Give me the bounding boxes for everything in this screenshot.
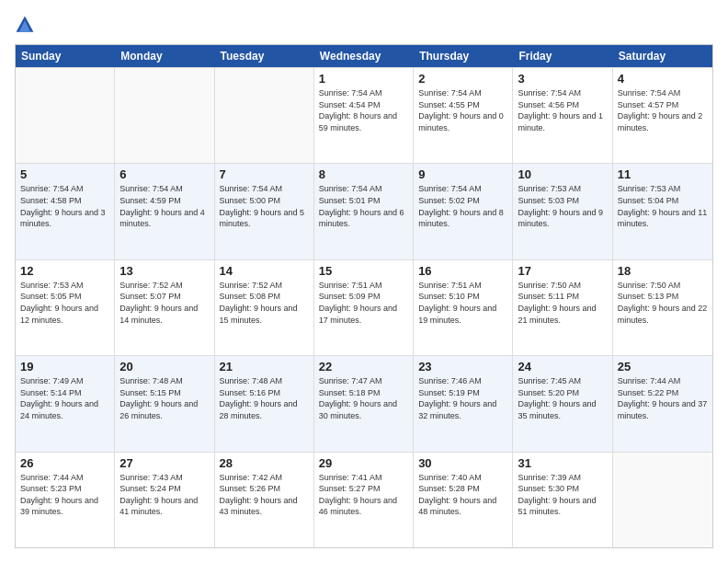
sun-info: Sunrise: 7:54 AM Sunset: 4:56 PM Dayligh… xyxy=(518,87,607,133)
calendar: SundayMondayTuesdayWednesdayThursdayFrid… xyxy=(15,44,713,548)
header-day: Thursday xyxy=(414,45,513,67)
day-cell: 1Sunrise: 7:54 AM Sunset: 4:54 PM Daylig… xyxy=(314,68,414,163)
day-cell: 24Sunrise: 7:45 AM Sunset: 5:20 PM Dayli… xyxy=(513,356,612,451)
day-cell: 31Sunrise: 7:39 AM Sunset: 5:30 PM Dayli… xyxy=(513,453,612,547)
day-cell: 9Sunrise: 7:54 AM Sunset: 5:02 PM Daylig… xyxy=(414,164,513,259)
sun-info: Sunrise: 7:42 AM Sunset: 5:26 PM Dayligh… xyxy=(220,472,309,518)
day-number: 20 xyxy=(119,360,209,373)
day-number: 18 xyxy=(618,264,708,278)
header-day: Sunday xyxy=(16,45,115,67)
day-cell: 30Sunrise: 7:40 AM Sunset: 5:28 PM Dayli… xyxy=(414,453,513,547)
day-number: 6 xyxy=(119,167,209,181)
header-day: Monday xyxy=(115,45,214,67)
day-cell: 26Sunrise: 7:44 AM Sunset: 5:23 PM Dayli… xyxy=(16,453,115,547)
sun-info: Sunrise: 7:52 AM Sunset: 5:07 PM Dayligh… xyxy=(119,280,209,326)
day-number: 22 xyxy=(319,360,408,373)
empty-cell xyxy=(16,68,115,163)
sun-info: Sunrise: 7:44 AM Sunset: 5:23 PM Dayligh… xyxy=(20,472,109,518)
header-day: Saturday xyxy=(613,45,712,67)
logo xyxy=(15,15,39,35)
sun-info: Sunrise: 7:40 AM Sunset: 5:28 PM Dayligh… xyxy=(418,472,507,518)
empty-cell xyxy=(115,68,214,163)
page: SundayMondayTuesdayWednesdayThursdayFrid… xyxy=(0,0,728,563)
day-cell: 25Sunrise: 7:44 AM Sunset: 5:22 PM Dayli… xyxy=(613,356,712,451)
calendar-row: 12Sunrise: 7:53 AM Sunset: 5:05 PM Dayli… xyxy=(16,259,712,355)
day-number: 3 xyxy=(518,72,607,86)
day-number: 15 xyxy=(319,264,408,278)
sun-info: Sunrise: 7:54 AM Sunset: 4:55 PM Dayligh… xyxy=(418,87,507,133)
day-number: 11 xyxy=(618,167,708,181)
day-number: 9 xyxy=(418,167,507,181)
sun-info: Sunrise: 7:50 AM Sunset: 5:11 PM Dayligh… xyxy=(518,280,607,326)
sun-info: Sunrise: 7:45 AM Sunset: 5:20 PM Dayligh… xyxy=(518,375,607,421)
sun-info: Sunrise: 7:54 AM Sunset: 4:54 PM Dayligh… xyxy=(319,87,408,133)
sun-info: Sunrise: 7:54 AM Sunset: 4:59 PM Dayligh… xyxy=(119,183,209,229)
sun-info: Sunrise: 7:39 AM Sunset: 5:30 PM Dayligh… xyxy=(518,472,607,518)
day-number: 25 xyxy=(618,360,708,373)
sun-info: Sunrise: 7:54 AM Sunset: 4:57 PM Dayligh… xyxy=(618,87,708,133)
day-cell: 8Sunrise: 7:54 AM Sunset: 5:01 PM Daylig… xyxy=(314,164,414,259)
day-cell: 19Sunrise: 7:49 AM Sunset: 5:14 PM Dayli… xyxy=(16,356,115,451)
day-number: 17 xyxy=(518,264,607,278)
day-number: 4 xyxy=(618,72,708,86)
day-cell: 22Sunrise: 7:47 AM Sunset: 5:18 PM Dayli… xyxy=(314,356,414,451)
day-number: 24 xyxy=(518,360,607,373)
sun-info: Sunrise: 7:46 AM Sunset: 5:19 PM Dayligh… xyxy=(418,375,507,421)
empty-cell xyxy=(613,453,712,547)
day-cell: 28Sunrise: 7:42 AM Sunset: 5:26 PM Dayli… xyxy=(215,453,314,547)
day-number: 21 xyxy=(220,360,309,373)
sun-info: Sunrise: 7:49 AM Sunset: 5:14 PM Dayligh… xyxy=(20,375,109,421)
sun-info: Sunrise: 7:41 AM Sunset: 5:27 PM Dayligh… xyxy=(319,472,408,518)
day-number: 2 xyxy=(418,72,507,86)
sun-info: Sunrise: 7:44 AM Sunset: 5:22 PM Dayligh… xyxy=(618,375,708,421)
calendar-row: 5Sunrise: 7:54 AM Sunset: 4:58 PM Daylig… xyxy=(16,163,712,259)
day-number: 30 xyxy=(418,456,507,470)
empty-cell xyxy=(215,68,314,163)
sun-info: Sunrise: 7:48 AM Sunset: 5:15 PM Dayligh… xyxy=(119,375,209,421)
day-cell: 7Sunrise: 7:54 AM Sunset: 5:00 PM Daylig… xyxy=(215,164,314,259)
day-number: 16 xyxy=(418,264,507,278)
day-cell: 10Sunrise: 7:53 AM Sunset: 5:03 PM Dayli… xyxy=(513,164,612,259)
day-cell: 2Sunrise: 7:54 AM Sunset: 4:55 PM Daylig… xyxy=(414,68,513,163)
calendar-row: 19Sunrise: 7:49 AM Sunset: 5:14 PM Dayli… xyxy=(16,355,712,451)
day-number: 26 xyxy=(20,456,109,470)
day-number: 14 xyxy=(220,264,309,278)
day-number: 27 xyxy=(119,456,209,470)
logo-icon xyxy=(15,15,35,35)
day-cell: 13Sunrise: 7:52 AM Sunset: 5:07 PM Dayli… xyxy=(115,260,214,355)
sun-info: Sunrise: 7:53 AM Sunset: 5:03 PM Dayligh… xyxy=(518,183,607,229)
calendar-row: 26Sunrise: 7:44 AM Sunset: 5:23 PM Dayli… xyxy=(16,452,712,547)
day-cell: 6Sunrise: 7:54 AM Sunset: 4:59 PM Daylig… xyxy=(115,164,214,259)
day-cell: 27Sunrise: 7:43 AM Sunset: 5:24 PM Dayli… xyxy=(115,453,214,547)
day-number: 8 xyxy=(319,167,408,181)
sun-info: Sunrise: 7:48 AM Sunset: 5:16 PM Dayligh… xyxy=(220,375,309,421)
sun-info: Sunrise: 7:54 AM Sunset: 5:00 PM Dayligh… xyxy=(220,183,309,229)
day-number: 23 xyxy=(418,360,507,373)
day-cell: 15Sunrise: 7:51 AM Sunset: 5:09 PM Dayli… xyxy=(314,260,414,355)
day-cell: 3Sunrise: 7:54 AM Sunset: 4:56 PM Daylig… xyxy=(513,68,612,163)
day-cell: 18Sunrise: 7:50 AM Sunset: 5:13 PM Dayli… xyxy=(613,260,712,355)
calendar-row: 1Sunrise: 7:54 AM Sunset: 4:54 PM Daylig… xyxy=(16,67,712,163)
day-cell: 5Sunrise: 7:54 AM Sunset: 4:58 PM Daylig… xyxy=(16,164,115,259)
day-number: 10 xyxy=(518,167,607,181)
day-cell: 4Sunrise: 7:54 AM Sunset: 4:57 PM Daylig… xyxy=(613,68,712,163)
calendar-body: 1Sunrise: 7:54 AM Sunset: 4:54 PM Daylig… xyxy=(16,67,712,547)
day-cell: 11Sunrise: 7:53 AM Sunset: 5:04 PM Dayli… xyxy=(613,164,712,259)
sun-info: Sunrise: 7:52 AM Sunset: 5:08 PM Dayligh… xyxy=(220,280,309,326)
day-number: 31 xyxy=(518,456,607,470)
header-day: Wednesday xyxy=(314,45,414,67)
sun-info: Sunrise: 7:50 AM Sunset: 5:13 PM Dayligh… xyxy=(618,280,708,326)
calendar-header: SundayMondayTuesdayWednesdayThursdayFrid… xyxy=(16,45,712,67)
day-number: 28 xyxy=(220,456,309,470)
day-number: 1 xyxy=(319,72,408,86)
day-cell: 12Sunrise: 7:53 AM Sunset: 5:05 PM Dayli… xyxy=(16,260,115,355)
sun-info: Sunrise: 7:53 AM Sunset: 5:04 PM Dayligh… xyxy=(618,183,708,229)
day-cell: 17Sunrise: 7:50 AM Sunset: 5:11 PM Dayli… xyxy=(513,260,612,355)
day-cell: 29Sunrise: 7:41 AM Sunset: 5:27 PM Dayli… xyxy=(314,453,414,547)
sun-info: Sunrise: 7:54 AM Sunset: 4:58 PM Dayligh… xyxy=(20,183,109,229)
day-number: 12 xyxy=(20,264,109,278)
day-cell: 14Sunrise: 7:52 AM Sunset: 5:08 PM Dayli… xyxy=(215,260,314,355)
header-day: Friday xyxy=(513,45,612,67)
day-number: 13 xyxy=(119,264,209,278)
header-day: Tuesday xyxy=(215,45,314,67)
